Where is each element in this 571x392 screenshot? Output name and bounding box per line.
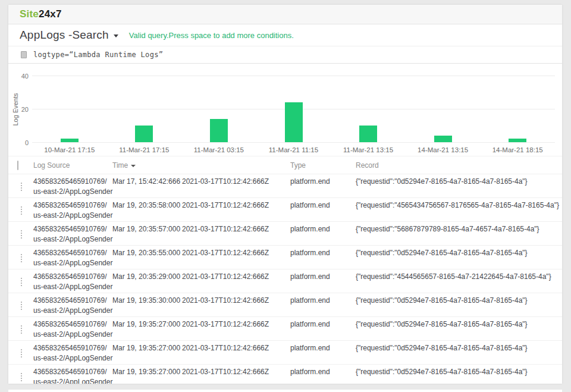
log-source-cell: 436583265465910769/ us-east-2/AppLogSend… xyxy=(33,296,112,316)
time-cell: Mar 19, 20:35:57:000 xyxy=(112,224,182,245)
chart-x-tick: 11-Mar-21 11:15 xyxy=(256,146,331,153)
chart-x-tick: 14-Mar-21 13:15 xyxy=(406,146,481,153)
row-menu-icon[interactable] xyxy=(21,373,22,381)
page-header: AppLogs -Search Valid query.Press space … xyxy=(8,24,562,46)
query-input[interactable]: logtype=“Lambda Runtime Logs” xyxy=(33,51,163,59)
table-row[interactable]: 436583265465910769/ us-east-2/AppLogSend… xyxy=(8,269,562,293)
type-cell: platform.end xyxy=(290,319,356,340)
row-menu-icon[interactable] xyxy=(21,230,22,239)
chart-x-tick: 11-Mar-21 17:15 xyxy=(107,146,182,153)
log-source-line1: 436583265465910769/ xyxy=(33,200,112,211)
log-source-line2: us-east-2/AppLogSender xyxy=(33,353,112,363)
table-row[interactable]: 436583265465910769/ us-east-2/AppLogSend… xyxy=(8,316,562,340)
row-menu-icon[interactable] xyxy=(21,349,22,357)
type-cell: platform.end xyxy=(290,224,356,245)
table-row[interactable]: 436583265465910769/ us-east-2/AppLogSend… xyxy=(8,340,562,364)
chart-y-tick: 20 xyxy=(13,106,29,113)
type-cell: platform.end xyxy=(290,343,356,364)
row-menu-icon[interactable] xyxy=(21,325,22,334)
record-cell: {"requestid":"0d5294e7-8165-4a7-8165-4a7… xyxy=(356,248,556,269)
chart-bar[interactable] xyxy=(509,139,526,142)
table-row[interactable]: 436583265465910769/ us-east-2/AppLogSend… xyxy=(8,364,562,384)
record-cell: {"requestid":"4565434756567-8176565-4a7-… xyxy=(356,200,559,221)
log-source-line1: 436583265465910769/ xyxy=(33,367,112,377)
log-table-body: 436583265465910769/ us-east-2/AppLogSend… xyxy=(8,174,562,384)
row-menu-icon[interactable] xyxy=(21,302,22,310)
time-iso-cell: 2021-03-17T10:12:42:666Z xyxy=(182,343,290,364)
column-header-time[interactable]: Time xyxy=(112,161,182,170)
chart-bar[interactable] xyxy=(434,136,452,142)
row-menu-icon[interactable] xyxy=(21,183,22,191)
time-iso-cell: 2021-03-17T10:12:42:666Z xyxy=(182,200,290,221)
log-events-chart: Log Events 02040 10-Mar-21 17:1511-Mar-2… xyxy=(8,64,562,156)
log-source-cell: 436583265465910769/ us-east-2/AppLogSend… xyxy=(33,177,112,197)
record-cell: {"requestid":"0d5294e7-8165-4a7-8165-4a7… xyxy=(356,319,556,340)
select-all-checkbox[interactable] xyxy=(17,161,18,170)
log-source-line2: us-east-2/AppLogSender xyxy=(33,282,112,292)
table-row[interactable]: 436583265465910769/ us-east-2/AppLogSend… xyxy=(8,174,562,197)
time-cell: Mar 19, 19:35:27:000 xyxy=(112,319,182,340)
query-field-icon xyxy=(21,51,27,58)
log-source-line1: 436583265465910769/ xyxy=(33,272,112,282)
type-cell: platform.end xyxy=(290,272,356,293)
log-source-line1: 436583265465910769/ xyxy=(33,319,112,330)
table-header-row: Log Source Time Type Record xyxy=(8,156,562,174)
log-source-line2: us-east-2/AppLogSender xyxy=(33,306,112,316)
time-iso-cell: 2021-03-17T10:12:42:666Z xyxy=(182,319,290,340)
logo-text-secondary: 24x7 xyxy=(39,8,62,20)
log-source-line1: 436583265465910769/ xyxy=(33,177,112,187)
chart-bar[interactable] xyxy=(61,139,79,142)
row-menu-icon[interactable] xyxy=(21,254,22,262)
table-row[interactable]: 436583265465910769/ us-east-2/AppLogSend… xyxy=(8,293,562,316)
chart-x-tick: 11-Mar-21 03:15 xyxy=(181,146,256,153)
chart-bar[interactable] xyxy=(285,102,303,142)
table-row[interactable]: 436583265465910769/ us-east-2/AppLogSend… xyxy=(8,221,562,245)
log-source-cell: 436583265465910769/ us-east-2/AppLogSend… xyxy=(33,367,112,384)
record-cell: {"requestid":"0d5294e7-8165-4a7-8165-4a7… xyxy=(356,343,556,364)
chart-bar[interactable] xyxy=(135,126,153,142)
chevron-down-icon[interactable] xyxy=(114,35,118,37)
time-iso-cell: 2021-03-17T10:12:42:666Z xyxy=(182,177,290,197)
type-cell: platform.end xyxy=(290,177,356,197)
column-header-type: Type xyxy=(290,161,356,170)
record-cell: {"requestid":"0d5294e7-8165-4a7-8165-4a7… xyxy=(356,367,556,384)
time-cell: Mar 19, 20:35:58:000 xyxy=(112,200,182,221)
time-iso-cell: 2021-03-17T10:12:42:666Z xyxy=(182,367,290,384)
log-source-line2: us-east-2/AppLogSender xyxy=(33,330,112,340)
time-iso-cell: 2021-03-17T10:12:42:666Z xyxy=(182,248,290,269)
log-source-line2: us-east-2/AppLogSender xyxy=(33,234,112,244)
chart-bar[interactable] xyxy=(210,119,228,142)
next-panel-edge xyxy=(8,390,562,392)
chart-x-tick: 10-Mar-21 17:15 xyxy=(32,146,107,153)
chart-bar[interactable] xyxy=(359,126,377,142)
log-source-cell: 436583265465910769/ us-east-2/AppLogSend… xyxy=(33,200,112,221)
time-iso-cell: 2021-03-17T10:12:42:666Z xyxy=(182,272,290,293)
main-panel: Site24x7 AppLogs -Search Valid query.Pre… xyxy=(8,5,562,384)
chart-plot-area: 02040 xyxy=(32,76,555,143)
time-cell: Mar 19, 20:35:55:000 xyxy=(112,248,182,269)
log-source-cell: 436583265465910769/ us-east-2/AppLogSend… xyxy=(33,248,112,269)
row-menu-icon[interactable] xyxy=(21,206,22,215)
log-source-cell: 436583265465910769/ us-east-2/AppLogSend… xyxy=(33,319,112,340)
table-row[interactable]: 436583265465910769/ us-east-2/AppLogSend… xyxy=(8,245,562,269)
log-source-line2: us-east-2/AppLogSender xyxy=(33,377,112,384)
chart-x-tick: 14-Mar-21 18:15 xyxy=(480,146,555,153)
row-menu-icon[interactable] xyxy=(21,278,22,286)
column-header-log-source: Log Source xyxy=(33,161,112,170)
time-cell: Mar 19, 19:35:27:000 xyxy=(112,367,182,384)
log-source-line1: 436583265465910769/ xyxy=(33,224,112,234)
time-iso-cell: 2021-03-17T10:12:42:666Z xyxy=(182,296,290,316)
chart-x-axis-labels: 10-Mar-21 17:1511-Mar-21 17:1511-Mar-21 … xyxy=(32,146,555,156)
search-query-bar[interactable]: logtype=“Lambda Runtime Logs” xyxy=(8,46,562,64)
log-source-line2: us-east-2/AppLogSender xyxy=(33,187,112,197)
site24x7-logo: Site24x7 xyxy=(20,8,62,20)
time-cell: Mar 19, 19:35:30:000 xyxy=(112,296,182,316)
table-row[interactable]: 436583265465910769/ us-east-2/AppLogSend… xyxy=(8,197,562,221)
type-cell: platform.end xyxy=(290,296,356,316)
log-source-line2: us-east-2/AppLogSender xyxy=(33,258,112,268)
time-cell: Mar 17, 15:42:42:666 xyxy=(112,177,182,197)
page-title[interactable]: AppLogs -Search xyxy=(20,29,109,42)
top-brand-bar: Site24x7 xyxy=(8,5,562,24)
log-source-cell: 436583265465910769/ us-east-2/AppLogSend… xyxy=(33,224,112,245)
log-source-cell: 436583265465910769/ us-east-2/AppLogSend… xyxy=(33,272,112,293)
